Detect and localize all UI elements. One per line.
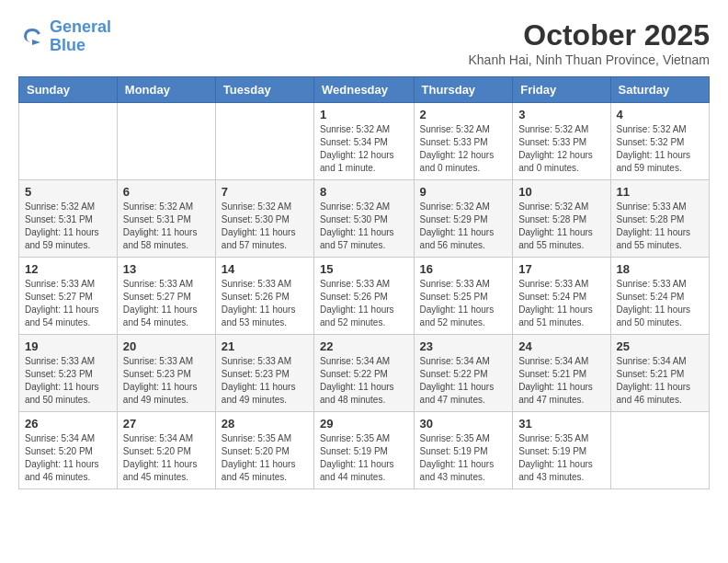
calendar-cell: 20Sunrise: 5:33 AM Sunset: 5:23 PM Dayli… [117,335,215,412]
calendar-cell: 18Sunrise: 5:33 AM Sunset: 5:24 PM Dayli… [610,258,709,335]
day-number: 27 [123,417,210,431]
day-info: Sunrise: 5:34 AM Sunset: 5:22 PM Dayligh… [420,355,507,407]
calendar-cell: 7Sunrise: 5:32 AM Sunset: 5:30 PM Daylig… [215,180,313,258]
calendar-cell: 1Sunrise: 5:32 AM Sunset: 5:34 PM Daylig… [314,103,415,180]
day-number: 18 [617,262,703,276]
day-number: 12 [25,262,111,276]
weekday-header-thursday: Thursday [414,77,513,103]
weekday-header-friday: Friday [513,77,610,103]
calendar-cell: 26Sunrise: 5:34 AM Sunset: 5:20 PM Dayli… [19,412,118,489]
calendar-cell: 25Sunrise: 5:34 AM Sunset: 5:21 PM Dayli… [610,335,709,412]
calendar-week-row: 19Sunrise: 5:33 AM Sunset: 5:23 PM Dayli… [19,335,710,412]
calendar-cell: 31Sunrise: 5:35 AM Sunset: 5:19 PM Dayli… [513,412,610,489]
day-number: 1 [320,108,408,121]
page-header: General Blue October 2025 Khanh Hai, Nin… [18,18,710,67]
day-info: Sunrise: 5:34 AM Sunset: 5:21 PM Dayligh… [518,355,604,407]
day-number: 30 [420,417,507,431]
calendar-week-row: 26Sunrise: 5:34 AM Sunset: 5:20 PM Dayli… [19,412,710,489]
calendar-cell: 8Sunrise: 5:32 AM Sunset: 5:30 PM Daylig… [314,180,415,258]
day-info: Sunrise: 5:32 AM Sunset: 5:34 PM Dayligh… [320,123,408,175]
day-number: 19 [25,339,111,353]
logo: General Blue [18,18,111,55]
day-number: 8 [320,185,408,199]
calendar-cell: 4Sunrise: 5:32 AM Sunset: 5:32 PM Daylig… [610,103,709,180]
weekday-header-monday: Monday [117,77,215,103]
day-info: Sunrise: 5:34 AM Sunset: 5:20 PM Dayligh… [123,432,210,484]
calendar-cell: 5Sunrise: 5:32 AM Sunset: 5:31 PM Daylig… [19,180,118,258]
calendar-week-row: 5Sunrise: 5:32 AM Sunset: 5:31 PM Daylig… [19,180,710,258]
day-info: Sunrise: 5:33 AM Sunset: 5:25 PM Dayligh… [420,278,507,329]
day-number: 11 [617,185,703,199]
calendar-cell: 2Sunrise: 5:32 AM Sunset: 5:33 PM Daylig… [414,103,513,180]
day-info: Sunrise: 5:33 AM Sunset: 5:26 PM Dayligh… [320,278,408,329]
day-info: Sunrise: 5:35 AM Sunset: 5:19 PM Dayligh… [420,432,507,484]
day-info: Sunrise: 5:32 AM Sunset: 5:30 PM Dayligh… [320,201,408,252]
calendar-cell: 22Sunrise: 5:34 AM Sunset: 5:22 PM Dayli… [314,335,415,412]
day-info: Sunrise: 5:33 AM Sunset: 5:24 PM Dayligh… [617,278,703,329]
calendar-cell: 3Sunrise: 5:32 AM Sunset: 5:33 PM Daylig… [513,103,610,180]
day-number: 28 [222,417,308,431]
day-info: Sunrise: 5:32 AM Sunset: 5:31 PM Dayligh… [123,201,210,252]
calendar-cell: 14Sunrise: 5:33 AM Sunset: 5:26 PM Dayli… [215,258,313,335]
main-title: October 2025 [468,18,710,52]
calendar-cell: 9Sunrise: 5:32 AM Sunset: 5:29 PM Daylig… [414,180,513,258]
calendar-cell: 15Sunrise: 5:33 AM Sunset: 5:26 PM Dayli… [314,258,415,335]
calendar-cell: 12Sunrise: 5:33 AM Sunset: 5:27 PM Dayli… [19,258,118,335]
weekday-header-saturday: Saturday [610,77,709,103]
logo-text: General Blue [50,18,111,55]
day-number: 26 [25,417,111,431]
day-info: Sunrise: 5:32 AM Sunset: 5:28 PM Dayligh… [518,201,604,252]
weekday-header-tuesday: Tuesday [215,77,313,103]
day-info: Sunrise: 5:35 AM Sunset: 5:20 PM Dayligh… [222,432,308,484]
day-number: 25 [617,339,703,353]
day-number: 15 [320,262,408,276]
day-info: Sunrise: 5:33 AM Sunset: 5:27 PM Dayligh… [123,278,210,329]
calendar-cell: 6Sunrise: 5:32 AM Sunset: 5:31 PM Daylig… [117,180,215,258]
day-info: Sunrise: 5:33 AM Sunset: 5:26 PM Dayligh… [222,278,308,329]
day-info: Sunrise: 5:32 AM Sunset: 5:29 PM Dayligh… [420,201,507,252]
day-info: Sunrise: 5:33 AM Sunset: 5:24 PM Dayligh… [518,278,604,329]
calendar-cell: 28Sunrise: 5:35 AM Sunset: 5:20 PM Dayli… [215,412,313,489]
day-info: Sunrise: 5:32 AM Sunset: 5:33 PM Dayligh… [420,123,507,175]
day-info: Sunrise: 5:33 AM Sunset: 5:27 PM Dayligh… [25,278,111,329]
day-number: 3 [518,108,604,121]
title-block: October 2025 Khanh Hai, Ninh Thuan Provi… [468,18,710,67]
day-info: Sunrise: 5:32 AM Sunset: 5:31 PM Dayligh… [25,201,111,252]
day-info: Sunrise: 5:32 AM Sunset: 5:30 PM Dayligh… [222,201,308,252]
day-number: 7 [222,185,308,199]
svg-rect-0 [18,23,46,51]
calendar-cell: 23Sunrise: 5:34 AM Sunset: 5:22 PM Dayli… [414,335,513,412]
day-number: 5 [25,185,111,199]
day-number: 16 [420,262,507,276]
day-number: 4 [617,108,703,121]
day-info: Sunrise: 5:34 AM Sunset: 5:21 PM Dayligh… [617,355,703,407]
calendar-cell: 24Sunrise: 5:34 AM Sunset: 5:21 PM Dayli… [513,335,610,412]
calendar-cell: 13Sunrise: 5:33 AM Sunset: 5:27 PM Dayli… [117,258,215,335]
day-number: 10 [518,185,604,199]
day-info: Sunrise: 5:33 AM Sunset: 5:23 PM Dayligh… [222,355,308,407]
calendar-cell [117,103,215,180]
calendar-cell: 19Sunrise: 5:33 AM Sunset: 5:23 PM Dayli… [19,335,118,412]
calendar-cell: 17Sunrise: 5:33 AM Sunset: 5:24 PM Dayli… [513,258,610,335]
day-number: 29 [320,417,408,431]
calendar-cell [19,103,118,180]
calendar-week-row: 12Sunrise: 5:33 AM Sunset: 5:27 PM Dayli… [19,258,710,335]
day-number: 22 [320,339,408,353]
calendar-cell: 29Sunrise: 5:35 AM Sunset: 5:19 PM Dayli… [314,412,415,489]
calendar-cell: 21Sunrise: 5:33 AM Sunset: 5:23 PM Dayli… [215,335,313,412]
day-number: 6 [123,185,210,199]
day-number: 13 [123,262,210,276]
day-info: Sunrise: 5:32 AM Sunset: 5:32 PM Dayligh… [617,123,703,175]
weekday-header-sunday: Sunday [19,77,118,103]
day-info: Sunrise: 5:33 AM Sunset: 5:28 PM Dayligh… [617,201,703,252]
logo-icon [18,23,46,51]
calendar-cell: 11Sunrise: 5:33 AM Sunset: 5:28 PM Dayli… [610,180,709,258]
day-info: Sunrise: 5:35 AM Sunset: 5:19 PM Dayligh… [320,432,408,484]
calendar-cell: 30Sunrise: 5:35 AM Sunset: 5:19 PM Dayli… [414,412,513,489]
calendar-cell: 10Sunrise: 5:32 AM Sunset: 5:28 PM Dayli… [513,180,610,258]
day-number: 17 [518,262,604,276]
day-info: Sunrise: 5:35 AM Sunset: 5:19 PM Dayligh… [518,432,604,484]
weekday-header-wednesday: Wednesday [314,77,415,103]
subtitle: Khanh Hai, Ninh Thuan Province, Vietnam [468,52,710,67]
calendar-table: SundayMondayTuesdayWednesdayThursdayFrid… [18,76,710,489]
